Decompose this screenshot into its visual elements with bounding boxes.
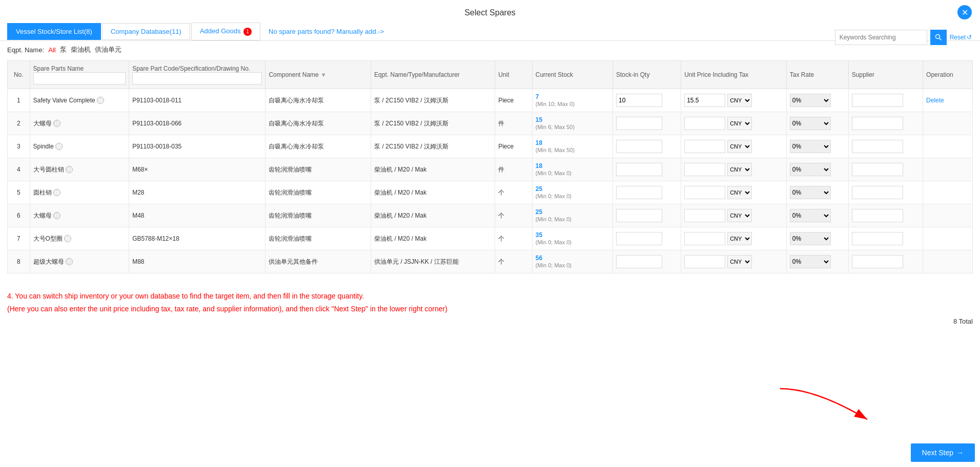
col-no: No. [8, 61, 30, 89]
cell-stock-3: 18 (Min 0; Max 0) [532, 158, 612, 181]
taxrate-select-4[interactable]: 0% 6% 9% 13% [790, 186, 831, 199]
stockin-input-0[interactable] [616, 94, 662, 107]
eqpt-filter-pump[interactable]: 泵 [60, 45, 67, 54]
stockin-input-7[interactable] [616, 255, 662, 268]
supplier-input-5[interactable] [852, 209, 903, 222]
currency-select-7[interactable]: CNY USD EUR [727, 255, 752, 268]
cell-code-1: P91103-0018-066 [129, 112, 266, 135]
supplier-input-1[interactable] [852, 117, 903, 130]
search-input[interactable] [835, 30, 927, 45]
supplier-input-4[interactable] [852, 186, 903, 199]
cell-stockin-5 [613, 204, 681, 227]
info-icon-0[interactable]: ⓘ [97, 97, 104, 104]
eqpt-filter-fuel[interactable]: 供油单元 [95, 45, 121, 54]
cell-operation-5 [923, 204, 973, 227]
tab-company[interactable]: Company Database(11) [102, 23, 190, 40]
stockin-input-1[interactable] [616, 117, 662, 130]
supplier-input-2[interactable] [852, 140, 903, 153]
reset-button[interactable]: Reset ↺ [950, 34, 972, 41]
total-count: 8 Total [953, 317, 973, 325]
info-icon-7[interactable]: ⓘ [66, 258, 73, 265]
price-input-2[interactable] [684, 140, 725, 153]
supplier-input-6[interactable] [852, 232, 903, 245]
eqpt-filter-row: Eqpt. Name: All 泵 柴油机 供油单元 [0, 41, 980, 58]
price-input-4[interactable] [684, 186, 725, 199]
eqpt-filter-diesel[interactable]: 柴油机 [71, 45, 91, 54]
cell-price-5: CNY USD EUR [681, 204, 787, 227]
spare-name-filter-input[interactable] [33, 72, 126, 84]
cell-unit-2: Piece [495, 135, 533, 158]
cell-supplier-7 [848, 250, 923, 273]
cell-spare-name-2: Spindleⓘ [30, 135, 129, 158]
supplier-input-7[interactable] [852, 255, 903, 268]
currency-select-0[interactable]: CNY USD EUR [727, 94, 752, 107]
currency-select-1[interactable]: CNY USD EUR [727, 117, 752, 130]
info-icon-2[interactable]: ⓘ [55, 143, 63, 150]
info-icon-6[interactable]: ⓘ [64, 235, 71, 242]
info-icon-4[interactable]: ⓘ [53, 189, 60, 196]
info-icon-1[interactable]: ⓘ [53, 120, 60, 127]
taxrate-select-1[interactable]: 0% 6% 9% 13% [790, 117, 831, 130]
cell-no-6: 7 [8, 227, 30, 250]
supplier-input-3[interactable] [852, 163, 903, 176]
price-input-7[interactable] [684, 255, 725, 268]
currency-select-3[interactable]: CNY USD EUR [727, 163, 752, 176]
cell-operation-6 [923, 227, 973, 250]
info-icon-3[interactable]: ⓘ [66, 166, 73, 173]
cell-taxrate-6: 0% 6% 9% 13% [786, 227, 848, 250]
cell-stock-6: 35 (Min 0; Max 0) [532, 227, 612, 250]
info-line1: 4. You can switch ship inventory or your… [7, 290, 973, 303]
supplier-input-0[interactable] [852, 94, 903, 107]
stockin-input-5[interactable] [616, 209, 662, 222]
component-filter-icon[interactable]: ▼ [321, 72, 326, 78]
tab-added[interactable]: Added Goods 1 [191, 23, 260, 40]
cell-stock-1: 15 (Min 6; Max 50) [532, 112, 612, 135]
cell-eqpt-1: 泵 / 2C150 VIB2 / 汉姆沃斯 [371, 112, 495, 135]
search-button[interactable] [930, 30, 947, 45]
cell-spare-name-3: 大号圆柱销ⓘ [30, 158, 129, 181]
currency-select-5[interactable]: CNY USD EUR [727, 209, 752, 222]
close-button[interactable]: ✕ [957, 5, 972, 19]
currency-select-4[interactable]: CNY USD EUR [727, 186, 752, 199]
cell-price-7: CNY USD EUR [681, 250, 787, 273]
taxrate-select-2[interactable]: 0% 6% 9% 13% [790, 140, 831, 153]
cell-stockin-3 [613, 158, 681, 181]
cell-spare-name-6: 大号O型圈ⓘ [30, 227, 129, 250]
stockin-input-4[interactable] [616, 186, 662, 199]
cell-unit-6: 个 [495, 227, 533, 250]
stockin-input-6[interactable] [616, 232, 662, 245]
taxrate-select-5[interactable]: 0% 6% 9% 13% [790, 209, 831, 222]
stockin-input-3[interactable] [616, 163, 662, 176]
info-icon-5[interactable]: ⓘ [53, 212, 60, 219]
taxrate-select-3[interactable]: 0% 6% 9% 13% [790, 163, 831, 176]
eqpt-filter-all[interactable]: All [48, 46, 55, 54]
currency-select-2[interactable]: CNY USD EUR [727, 140, 752, 153]
added-badge: 1 [243, 28, 252, 36]
arrow-right-icon: → [956, 449, 964, 457]
col-component: Component Name ▼ [266, 61, 371, 89]
cell-taxrate-2: 0% 6% 9% 13% [786, 135, 848, 158]
taxrate-select-6[interactable]: 0% 6% 9% 13% [790, 232, 831, 245]
price-input-5[interactable] [684, 209, 725, 222]
price-input-0[interactable] [684, 94, 725, 107]
manual-add-link[interactable]: No spare parts found? Manually add.-> [269, 28, 384, 35]
cell-stock-5: 25 (Min 0; Max 0) [532, 204, 612, 227]
tab-vessel[interactable]: Vessel Stock/Store List(8) [7, 23, 101, 40]
cell-eqpt-4: 柴油机 / M20 / Mak [371, 181, 495, 204]
price-input-6[interactable] [684, 232, 725, 245]
taxrate-select-7[interactable]: 0% 6% 9% 13% [790, 255, 831, 268]
stockin-input-2[interactable] [616, 140, 662, 153]
next-step-button[interactable]: Next Step → [911, 443, 975, 462]
delete-button-0[interactable]: Delete [926, 97, 944, 104]
price-input-1[interactable] [684, 117, 725, 130]
cell-stock-7: 56 (Min 0; Max 0) [532, 250, 612, 273]
taxrate-select-0[interactable]: 0% 6% 9% 13% [790, 94, 831, 107]
code-filter-input[interactable] [132, 72, 262, 84]
cell-eqpt-0: 泵 / 2C150 VIB2 / 汉姆沃斯 [371, 89, 495, 112]
price-input-3[interactable] [684, 163, 725, 176]
cell-component-1: 自吸离心海水冷却泵 [266, 112, 371, 135]
cell-unit-7: 个 [495, 250, 533, 273]
next-step-label: Next Step [922, 449, 953, 457]
currency-select-6[interactable]: CNY USD EUR [727, 232, 752, 245]
col-supplier: Supplier [848, 61, 923, 89]
